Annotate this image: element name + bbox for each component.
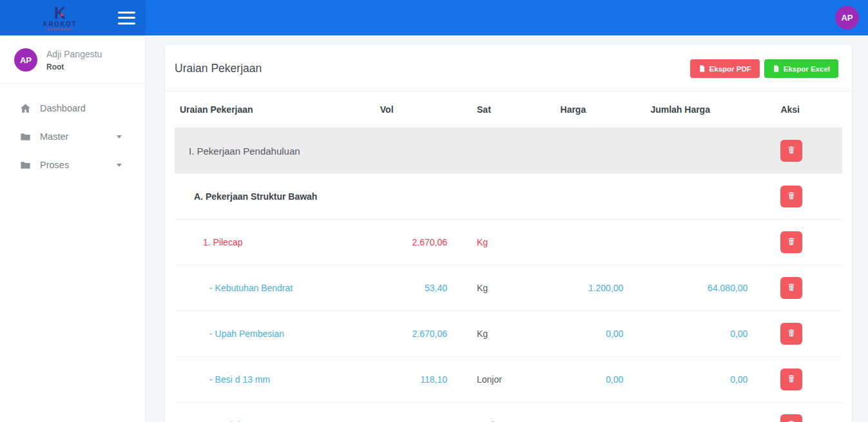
table-row: - Upah Pembesian2.670,06Kg0,000,00 — [175, 311, 842, 357]
trash-icon — [787, 145, 796, 157]
cell-uraian: 1. Pilecap — [175, 220, 375, 265]
item-link[interactable]: - Upah Pembesian — [209, 329, 284, 339]
column-header-aksi: Aksi — [775, 91, 842, 128]
column-header-harga: Harga — [555, 91, 646, 128]
cell-sat: Lonjor — [472, 403, 555, 422]
sidebar-user-name: Adji Pangestu — [46, 49, 102, 59]
cell-aksi — [775, 403, 842, 422]
folder-icon — [19, 159, 32, 171]
sidebar: AP Adji Pangestu Root DashboardMasterPro… — [0, 35, 146, 422]
cell-uraian: I. Pekerjaan Pendahuluan — [175, 128, 375, 174]
cell-jumlah-harga — [645, 174, 775, 220]
brand-logo[interactable]: K KROKOT KONSTRUKSI — [43, 5, 77, 31]
cell-sat — [472, 128, 555, 174]
trash-icon — [787, 191, 796, 202]
cell-harga — [555, 174, 646, 220]
sidebar-user-role: Root — [46, 62, 102, 72]
cell-sat: Lonjor — [472, 357, 555, 403]
trash-icon — [787, 282, 796, 294]
item-link[interactable]: - Besi d 13 mm — [209, 374, 270, 385]
cell-harga: 1.200,00 — [555, 265, 646, 311]
cell-vol — [375, 128, 472, 174]
column-header-jumlah: Jumlah Harga — [645, 91, 775, 128]
cell-vol: 118,10 — [375, 357, 472, 403]
column-header-sat: Sat — [472, 91, 555, 128]
file-excel-icon — [773, 64, 780, 73]
sidebar-link-dashboard[interactable]: Dashboard — [0, 94, 145, 122]
trash-icon — [787, 328, 796, 340]
cell-vol: 53,40 — [375, 265, 472, 311]
user-avatar[interactable]: AP — [835, 6, 859, 30]
cell-sat: Kg — [472, 311, 555, 357]
delete-row-button[interactable] — [780, 231, 802, 253]
brand-subtitle: KONSTRUKSI — [48, 28, 72, 31]
table-row: I. Pekerjaan Pendahuluan — [175, 128, 842, 174]
chevron-down-icon — [117, 164, 122, 167]
cell-harga — [555, 220, 646, 265]
cell-aksi — [775, 220, 842, 265]
sidebar-link-proses[interactable]: Proses — [0, 151, 145, 179]
cell-jumlah-harga — [645, 220, 775, 265]
cell-uraian: - Besi d 13 mm — [175, 403, 375, 422]
trash-icon — [787, 236, 796, 248]
folder-icon — [19, 131, 32, 143]
cell-harga — [555, 128, 646, 174]
uraian-pekerjaan-card: Uraian Pekerjaan Ekspor PDF Ekspor Excel… — [165, 44, 852, 422]
item-link[interactable]: - Kebutuhan Bendrat — [209, 283, 293, 293]
cell-aksi — [775, 265, 842, 311]
column-header-name: Uraian Pekerjaan — [175, 91, 375, 128]
cell-aksi — [775, 174, 842, 220]
sidebar-item-dashboard: Dashboard — [0, 94, 145, 122]
delete-row-button[interactable] — [780, 277, 802, 299]
sidebar-item-master: Master — [0, 122, 145, 151]
sidebar-menu: DashboardMasterProses — [0, 84, 145, 179]
sidebar-item-label: Master — [40, 131, 68, 142]
table-row: A. Pekerjaan Struktur Bawah — [175, 174, 842, 220]
delete-row-button[interactable] — [780, 369, 802, 390]
file-pdf-icon — [699, 64, 706, 73]
item-label: A. Pekerjaan Struktur Bawah — [194, 191, 317, 202]
card-header: Uraian Pekerjaan Ekspor PDF Ekspor Excel — [165, 44, 852, 91]
cell-uraian: - Upah Pembesian — [175, 311, 375, 357]
export-excel-label: Ekspor Excel — [784, 65, 830, 73]
cell-vol: 2.670,06 — [375, 311, 472, 357]
cell-sat — [472, 174, 555, 220]
delete-row-button[interactable] — [780, 186, 802, 207]
delete-row-button[interactable] — [780, 414, 802, 422]
export-excel-button[interactable]: Ekspor Excel — [764, 59, 838, 78]
main-content: Uraian Pekerjaan Ekspor PDF Ekspor Excel… — [146, 35, 868, 422]
uraian-pekerjaan-table: Uraian PekerjaanVolSatHargaJumlah HargaA… — [175, 91, 842, 422]
table-row: - Besi d 13 mm106,13Lonjor0,000,00 — [175, 403, 842, 422]
cell-jumlah-harga: 0,00 — [645, 357, 775, 403]
table-row: - Kebutuhan Bendrat53,40Kg1.200,0064.080… — [175, 265, 842, 311]
sidebar-item-label: Proses — [40, 160, 69, 170]
trash-icon — [787, 374, 796, 385]
column-header-vol: Vol — [375, 91, 472, 128]
cell-jumlah-harga: 0,00 — [645, 403, 775, 422]
delete-row-button[interactable] — [780, 323, 802, 345]
cell-jumlah-harga: 0,00 — [645, 311, 775, 357]
export-pdf-label: Ekspor PDF — [709, 65, 751, 73]
cell-vol: 2.670,06 — [375, 220, 472, 265]
trash-icon — [787, 419, 796, 422]
menu-toggle-icon[interactable] — [118, 10, 135, 26]
delete-row-button[interactable] — [780, 140, 802, 162]
chevron-down-icon — [117, 135, 122, 139]
cell-aksi — [775, 128, 842, 174]
brand-block: K KROKOT KONSTRUKSI — [0, 0, 146, 35]
export-pdf-button[interactable]: Ekspor PDF — [690, 59, 760, 78]
item-link[interactable]: 1. Pilecap — [203, 237, 242, 247]
cell-harga: 0,00 — [555, 311, 646, 357]
cell-jumlah-harga — [645, 128, 775, 174]
cell-uraian: - Kebutuhan Bendrat — [175, 265, 375, 311]
cell-harga: 0,00 — [555, 403, 646, 422]
sidebar-link-master[interactable]: Master — [0, 122, 145, 151]
cell-aksi — [775, 311, 842, 357]
table-row: 1. Pilecap2.670,06Kg — [175, 220, 842, 265]
sidebar-item-proses: Proses — [0, 151, 145, 179]
cell-jumlah-harga: 64.080,00 — [645, 265, 775, 311]
sidebar-avatar: AP — [14, 48, 37, 72]
cell-uraian: A. Pekerjaan Struktur Bawah — [175, 174, 375, 220]
cell-vol: 106,13 — [375, 403, 472, 422]
sidebar-item-label: Dashboard — [40, 103, 86, 113]
